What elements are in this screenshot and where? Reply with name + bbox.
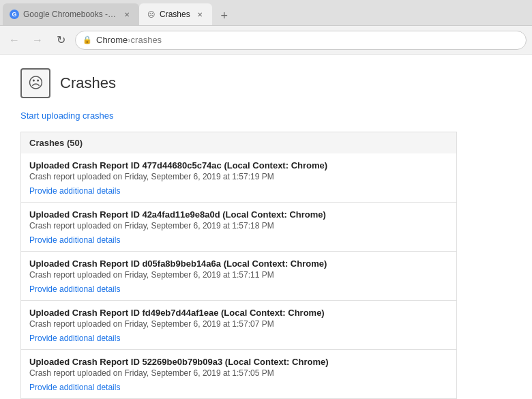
upload-crashes-link[interactable]: Start uploading crashes — [20, 110, 114, 121]
back-button[interactable]: ← — [5, 31, 23, 49]
address-text: Chrome › crashes — [96, 35, 162, 45]
chromebooks-favicon: G — [10, 10, 19, 19]
crash-date: Crash report uploaded on Friday, Septemb… — [29, 368, 448, 378]
tab-crashes-close[interactable]: ✕ — [194, 9, 205, 20]
crash-details-link[interactable]: Provide additional details — [29, 284, 120, 294]
crash-id: Uploaded Crash Report ID 42a4fad11e9e8a0… — [29, 209, 448, 220]
crash-id: Uploaded Crash Report ID 477d44680c5c74a… — [29, 160, 448, 171]
crash-item: Uploaded Crash Report ID 42a4fad11e9e8a0… — [20, 203, 457, 252]
tab-crashes-label: Crashes — [160, 10, 190, 19]
address-bar: ← → ↻ 🔒 Chrome › crashes — [0, 26, 532, 55]
page-content: ☹ Crashes Start uploading crashes Crashe… — [0, 55, 532, 399]
page-title: Crashes — [60, 74, 116, 92]
crash-list: Uploaded Crash Report ID 477d44680c5c74a… — [20, 153, 457, 399]
address-origin: Chrome — [96, 35, 128, 45]
crash-details-link[interactable]: Provide additional details — [29, 383, 120, 392]
crash-details-link[interactable]: Provide additional details — [29, 235, 120, 245]
crashes-section-header: Crashes (50) — [20, 132, 457, 153]
crash-item: Uploaded Crash Report ID 52269be0b79b09a… — [20, 350, 457, 399]
crash-item: Uploaded Crash Report ID fd49eb7d44af1ea… — [20, 301, 457, 350]
reload-button[interactable]: ↻ — [52, 31, 70, 49]
crash-icon: ☹ — [20, 68, 50, 98]
address-input[interactable]: 🔒 Chrome › crashes — [75, 31, 527, 50]
tab-chromebooks-label: Google Chromebooks - Laptops... — [23, 10, 117, 19]
tab-bar: G Google Chromebooks - Laptops... ✕ ☹ Cr… — [0, 0, 532, 26]
tab-chromebooks-close[interactable]: ✕ — [121, 9, 132, 20]
crash-details-link[interactable]: Provide additional details — [29, 334, 120, 343]
address-path: crashes — [131, 35, 162, 45]
tab-crashes[interactable]: ☹ Crashes ✕ — [139, 3, 212, 25]
crash-id: Uploaded Crash Report ID 52269be0b79b09a… — [29, 357, 448, 367]
crash-id: Uploaded Crash Report ID d05fa8b9beb14a6… — [29, 258, 448, 269]
page-inner: ☹ Crashes Start uploading crashes Crashe… — [0, 55, 477, 399]
crash-details-link[interactable]: Provide additional details — [29, 186, 120, 196]
crash-id: Uploaded Crash Report ID fd49eb7d44af1ea… — [29, 308, 448, 318]
browser-window: G Google Chromebooks - Laptops... ✕ ☹ Cr… — [0, 0, 532, 399]
crash-date: Crash report uploaded on Friday, Septemb… — [29, 270, 448, 280]
crash-item: Uploaded Crash Report ID 477d44680c5c74a… — [20, 153, 457, 203]
crash-date: Crash report uploaded on Friday, Septemb… — [29, 319, 448, 329]
crash-date: Crash report uploaded on Friday, Septemb… — [29, 221, 448, 231]
page-header: ☹ Crashes — [20, 68, 457, 98]
crashes-favicon: ☹ — [146, 10, 156, 19]
crash-item: Uploaded Crash Report ID d05fa8b9beb14a6… — [20, 252, 457, 301]
crash-icon-symbol: ☹ — [28, 74, 44, 92]
secure-icon: 🔒 — [83, 35, 92, 44]
crash-date: Crash report uploaded on Friday, Septemb… — [29, 172, 448, 181]
forward-button[interactable]: → — [29, 31, 46, 49]
tab-chromebooks[interactable]: G Google Chromebooks - Laptops... ✕ — [3, 3, 139, 25]
new-tab-button[interactable]: + — [215, 6, 234, 25]
